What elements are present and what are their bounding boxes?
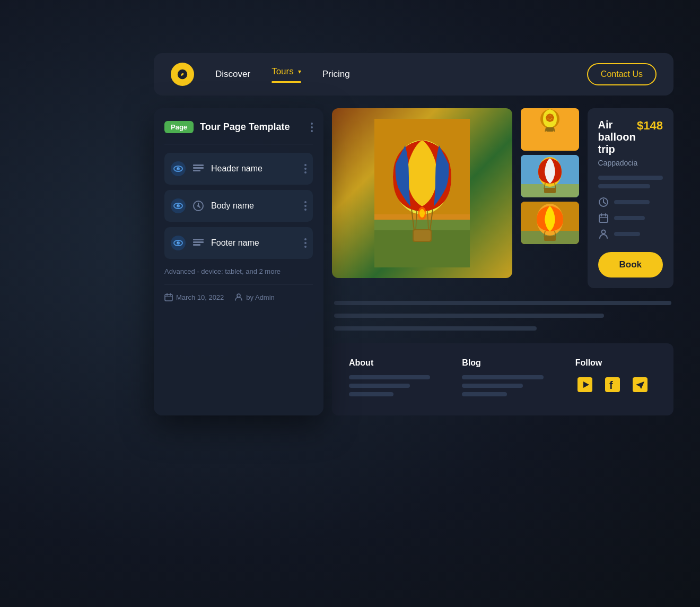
svg-point-17 xyxy=(177,241,180,245)
svg-rect-62 xyxy=(544,236,556,241)
tour-header: Air balloon trip $148 xyxy=(598,119,663,155)
hot-air-balloon-main-svg xyxy=(374,119,470,267)
tours-chevron-icon: ▾ xyxy=(298,68,301,75)
nav-links: Discover Tours ▾ Pricing xyxy=(215,66,566,83)
contact-us-button[interactable]: Contact Us xyxy=(587,63,657,85)
advanced-text: Advanced - device: tablet, and 2 more xyxy=(164,267,313,275)
svg-rect-42 xyxy=(546,127,554,132)
divider-2 xyxy=(164,284,313,284)
persons-icon xyxy=(598,229,609,239)
social-icons-row: f xyxy=(575,375,657,394)
footer-skel-a2 xyxy=(349,384,410,388)
detail-calendar-icon xyxy=(598,213,609,223)
content-area: Page Tour Page Template xyxy=(154,108,673,415)
footer-skel-a1 xyxy=(349,375,430,379)
book-button[interactable]: Book xyxy=(598,252,663,278)
skeleton-desc-2 xyxy=(598,184,650,188)
body-more-button[interactable] xyxy=(304,201,307,211)
balloon-main-image xyxy=(332,108,512,278)
bottom-skel-1 xyxy=(334,301,671,305)
nav-pricing[interactable]: Pricing xyxy=(322,69,350,80)
tour-title: Air balloon trip xyxy=(598,119,637,155)
calendar-icon xyxy=(164,293,173,301)
date-skeleton xyxy=(614,216,645,220)
svg-point-70 xyxy=(601,230,605,234)
bottom-skeletons xyxy=(332,301,673,335)
tour-area: Air balloon trip $148 Cappadocia xyxy=(332,108,673,288)
svg-rect-30 xyxy=(374,220,470,230)
meta-row: March 10, 2022 by Admin xyxy=(164,293,313,301)
svg-point-12 xyxy=(177,205,178,206)
author-meta: by Admin xyxy=(234,293,274,301)
date-text: March 10, 2022 xyxy=(176,293,224,301)
eye-icon-header xyxy=(171,161,186,176)
thumbnail-2[interactable] xyxy=(521,155,579,197)
compass-icon xyxy=(177,68,188,80)
navbar: Discover Tours ▾ Pricing Contact Us xyxy=(154,53,673,96)
header-name-label: Header name xyxy=(211,164,298,174)
nav-discover[interactable]: Discover xyxy=(215,69,250,80)
footer-about-col: About xyxy=(349,358,430,401)
footer-skel-b3 xyxy=(462,392,506,396)
svg-rect-20 xyxy=(193,241,204,243)
svg-point-39 xyxy=(419,209,425,218)
svg-rect-22 xyxy=(165,294,172,301)
footer-skel-b1 xyxy=(462,375,543,379)
detail-persons xyxy=(598,229,663,239)
svg-point-14 xyxy=(197,205,199,207)
telegram-icon[interactable] xyxy=(631,375,650,394)
footer-follow-col: Follow f xyxy=(575,358,657,401)
svg-point-4 xyxy=(177,167,180,170)
svg-rect-7 xyxy=(193,167,204,169)
svg-rect-8 xyxy=(193,170,200,171)
bottom-skel-2 xyxy=(334,314,604,318)
panel-title: Tour Page Template xyxy=(200,122,290,133)
header-name-item[interactable]: Header name xyxy=(164,153,313,185)
body-name-label: Body name xyxy=(211,201,298,211)
tour-price: $148 xyxy=(637,119,663,133)
divider-1 xyxy=(164,144,313,144)
more-options-button[interactable] xyxy=(311,123,313,132)
footer-blog-col: Blog xyxy=(462,358,543,401)
body-section-icon xyxy=(192,200,205,212)
footer-about-heading: About xyxy=(349,358,430,368)
time-skeleton xyxy=(614,200,650,204)
panel-header: Page Tour Page Template xyxy=(164,121,313,133)
tour-details xyxy=(598,197,663,239)
footer-name-item[interactable]: Footer name xyxy=(164,227,313,259)
tour-info-card: Air balloon trip $148 Cappadocia xyxy=(588,108,674,288)
svg-line-65 xyxy=(603,202,606,204)
svg-rect-6 xyxy=(193,164,204,166)
user-icon xyxy=(234,293,243,301)
main-container: Discover Tours ▾ Pricing Contact Us Page… xyxy=(154,53,673,415)
svg-rect-19 xyxy=(193,239,204,240)
youtube-icon[interactable] xyxy=(575,375,594,394)
tour-location: Cappadocia xyxy=(598,159,663,167)
footer-follow-heading: Follow xyxy=(575,358,657,368)
footer-more-button[interactable] xyxy=(304,238,307,248)
footer-section-icon xyxy=(192,237,205,249)
svg-point-5 xyxy=(177,168,178,169)
thumb-balloon-2-svg xyxy=(521,155,579,197)
footer-skel-b2 xyxy=(462,384,523,388)
body-name-item[interactable]: Body name xyxy=(164,190,313,222)
detail-time xyxy=(598,197,663,207)
footer-name-label: Footer name xyxy=(211,238,298,248)
sidebar-panel: Page Tour Page Template xyxy=(154,108,323,415)
main-tour-photo xyxy=(332,108,512,278)
thumbnail-3[interactable] xyxy=(521,202,579,244)
clock-icon xyxy=(598,197,609,207)
facebook-icon[interactable]: f xyxy=(603,375,622,394)
thumb-balloon-3-svg xyxy=(521,202,579,244)
right-content: Air balloon trip $148 Cappadocia xyxy=(332,108,673,415)
author-text: by Admin xyxy=(246,293,274,301)
header-more-button[interactable] xyxy=(304,164,307,174)
svg-point-11 xyxy=(177,204,180,207)
active-underline xyxy=(272,81,301,83)
nav-tours[interactable]: Tours ▾ xyxy=(272,66,301,83)
thumbnail-strip xyxy=(521,108,579,288)
nav-logo[interactable] xyxy=(171,63,194,86)
svg-point-18 xyxy=(177,242,178,243)
footer-skel-a3 xyxy=(349,392,393,396)
thumbnail-1[interactable] xyxy=(521,108,579,151)
